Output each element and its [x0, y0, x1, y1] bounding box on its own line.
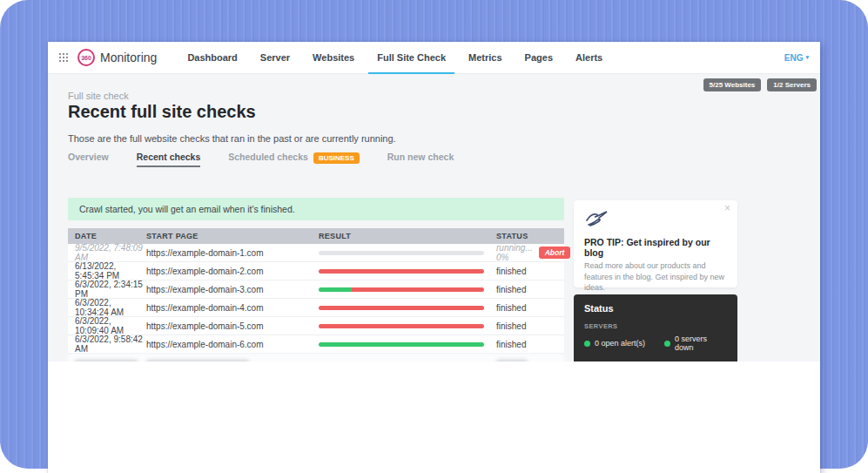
table-row: 6/3/2022, 10:34:24 AMhttps://example-dom…	[68, 299, 564, 317]
redacted-block	[146, 360, 249, 362]
notification-text: Crawl started, you will get an email whe…	[79, 204, 295, 214]
table-row: 9/5/2022, 7:48:09 AMhttps://example-doma…	[68, 244, 564, 262]
nav-item-websites[interactable]: Websites	[301, 42, 366, 74]
progress-bar-segment	[319, 251, 484, 255]
abort-button[interactable]: Abort	[539, 247, 571, 259]
table-row: 6/3/2022, 10:09:40 AMhttps://example-dom…	[68, 317, 564, 335]
row-status: finished	[496, 303, 564, 313]
table-row: 6/3/2022, 2:34:15 PMhttps://example-doma…	[68, 280, 564, 299]
blurred-date	[68, 360, 146, 362]
table-row: 6/13/2022, 5:45:34 PMhttps://example-dom…	[68, 262, 564, 280]
tab-overview[interactable]: Overview	[68, 152, 109, 166]
column-header-start-page: START PAGE	[146, 232, 319, 240]
nav-item-alerts[interactable]: Alerts	[564, 42, 614, 74]
row-status-text: finished	[496, 303, 526, 313]
row-status: finished	[496, 267, 564, 276]
chevron-down-icon: ▾	[805, 54, 809, 61]
close-icon[interactable]: ×	[724, 202, 730, 214]
status-section-label-servers: SERVERS	[584, 322, 727, 330]
section-tabs: OverviewRecent checksScheduled checksBUS…	[68, 152, 454, 167]
column-header-date: DATE	[68, 232, 146, 240]
screenshot-stage: 360 Monitoring DashboardServerWebsitesFu…	[0, 0, 868, 473]
status-item-text: 0 servers down	[675, 334, 727, 352]
row-start-page: https://example-domain-5.com	[146, 321, 319, 331]
column-header-status: STATUS	[496, 232, 564, 240]
progress-bar	[319, 251, 484, 255]
progress-bar-segment	[319, 342, 484, 347]
progress-bar-segment	[352, 287, 484, 292]
table-header-row: DATESTART PAGERESULTSTATUS	[68, 228, 564, 244]
progress-bar-segment	[319, 306, 484, 310]
row-status: finished	[496, 340, 564, 349]
pro-tip-card: × PRO TIP: Get inspired by our blog Read…	[574, 200, 737, 287]
breadcrumb: Full site check	[68, 91, 129, 101]
row-date: 6/3/2022, 9:58:42 AM	[68, 334, 146, 354]
usage-badge-1-2-servers[interactable]: 1/2 Servers	[767, 78, 817, 91]
status-item-text: 0 open alert(s)	[595, 339, 645, 348]
nav-item-dashboard[interactable]: Dashboard	[176, 42, 248, 74]
tab-run-new-check[interactable]: Run new check	[387, 152, 454, 166]
row-status-text: finished	[496, 267, 526, 276]
row-result	[319, 251, 496, 255]
tab-recent-checks[interactable]: Recent checks	[137, 152, 201, 167]
tab-scheduled-checks[interactable]: Scheduled checksBUSINESS	[228, 152, 360, 166]
table-row: 6/3/2022, 9:58:42 AMhttps://example-doma…	[68, 335, 564, 354]
row-start-page: https://example-domain-1.com	[146, 248, 319, 258]
status-sections: SERVERS0 open alert(s)0 servers downWEBS…	[584, 322, 727, 362]
row-start-page: https://example-domain-4.com	[146, 303, 319, 313]
top-navigation-bar: 360 Monitoring DashboardServerWebsitesFu…	[48, 42, 820, 74]
row-result	[319, 342, 496, 347]
app-launcher-icon[interactable]	[59, 53, 68, 62]
progress-bar	[319, 269, 484, 274]
progress-bar	[319, 324, 484, 328]
handshake-doodle-icon	[584, 217, 610, 232]
redacted-block	[75, 360, 138, 362]
progress-bar	[319, 342, 484, 347]
nav-item-metrics[interactable]: Metrics	[457, 42, 514, 74]
app-window: 360 Monitoring DashboardServerWebsitesFu…	[48, 42, 820, 473]
row-result	[319, 287, 496, 292]
row-result	[319, 269, 496, 274]
row-date: 9/5/2022, 7:48:09 AM	[68, 243, 146, 262]
brand-name: Monitoring	[100, 51, 157, 64]
row-status-text: finished	[496, 285, 526, 294]
status-section-label-websites: WEBSITES	[584, 361, 727, 362]
language-selector[interactable]: ENG ▾	[784, 53, 809, 63]
redacted-block	[496, 360, 528, 362]
row-start-page: https://example-domain-6.com	[146, 340, 319, 349]
blurred-start-page	[146, 360, 319, 362]
row-result	[319, 306, 496, 310]
content-area: 5/25 Websites1/2 Servers Full site check…	[48, 74, 820, 362]
status-item: 0 servers down	[664, 334, 727, 352]
table-body: 9/5/2022, 7:48:09 AMhttps://example-doma…	[68, 244, 564, 362]
blurred-status	[496, 360, 564, 362]
green-status-dot-icon	[664, 341, 670, 347]
page-description: Those are the full website checks that r…	[68, 133, 396, 144]
progress-bar-segment	[319, 269, 484, 274]
green-status-dot-icon	[584, 341, 590, 347]
language-label: ENG	[784, 53, 804, 63]
crawl-started-notification: Crawl started, you will get an email whe…	[68, 198, 564, 220]
usage-badge-5-25-websites[interactable]: 5/25 Websites	[703, 78, 762, 91]
nav-item-server[interactable]: Server	[249, 42, 301, 74]
table-row	[68, 354, 564, 362]
column-header-result: RESULT	[319, 232, 496, 240]
row-start-page: https://example-domain-3.com	[146, 285, 319, 294]
business-badge: BUSINESS	[313, 152, 360, 164]
progress-bar-segment	[319, 324, 484, 328]
usage-badges: 5/25 Websites1/2 Servers	[703, 78, 817, 91]
row-result	[319, 324, 496, 328]
row-status: finished	[496, 285, 564, 294]
row-date: 6/3/2022, 2:34:15 PM	[68, 280, 146, 299]
brand-logo-icon: 360	[77, 49, 95, 66]
status-panel-title: Status	[584, 303, 727, 314]
row-date: 6/3/2022, 10:34:24 AM	[68, 298, 146, 317]
row-status-text: finished	[496, 340, 526, 349]
nav-item-pages[interactable]: Pages	[514, 42, 564, 74]
row-status: running... 0%Abort	[496, 243, 570, 262]
progress-bar-segment	[319, 287, 352, 292]
recent-checks-table: DATESTART PAGERESULTSTATUS 9/5/2022, 7:4…	[68, 228, 564, 362]
page-title: Recent full site checks	[68, 102, 256, 122]
progress-bar	[319, 287, 484, 292]
nav-item-full-site-check[interactable]: Full Site Check	[366, 42, 457, 74]
